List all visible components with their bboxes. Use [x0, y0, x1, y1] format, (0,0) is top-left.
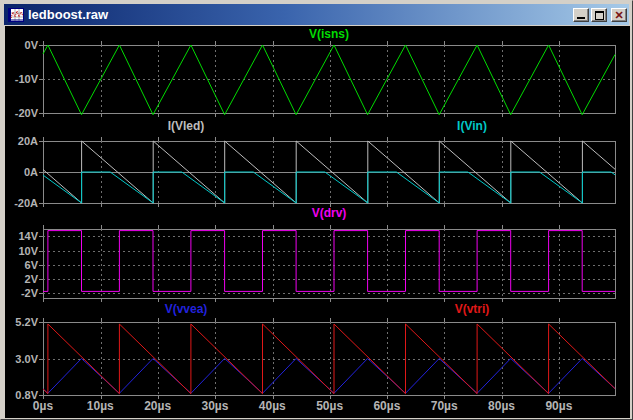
- y-tick-label: 6V: [25, 259, 38, 271]
- y-tick-label: 0V: [25, 39, 38, 51]
- x-tick-label: 80µs: [477, 400, 527, 412]
- trace-label-V(vvea)[interactable]: V(vvea): [165, 303, 208, 315]
- window-title: ledboost.raw: [28, 7, 571, 22]
- trace-label-V(isns)[interactable]: V(isns): [309, 28, 349, 40]
- isns-pane[interactable]: [39, 41, 616, 117]
- iled-iin-pane[interactable]: [39, 137, 616, 207]
- x-tick-label: 20µs: [133, 400, 183, 412]
- trace-label-V(vtri)[interactable]: V(vtri): [455, 303, 490, 315]
- title-bar[interactable]: ledboost.raw ✕: [4, 4, 629, 25]
- x-tick-label: 40µs: [247, 400, 297, 412]
- close-x-icon: ✕: [612, 9, 626, 21]
- x-tick-label: 0µs: [18, 400, 68, 412]
- waveform-plot-area[interactable]: 0V-10V-20VV(isns)20A0A-20AI(Vled)I(Vin)1…: [5, 26, 630, 418]
- ltspice-waveform-window: ledboost.raw ✕ 0V-10V-20VV(isns)20A0A-20…: [0, 0, 633, 420]
- x-tick-label: 50µs: [305, 400, 355, 412]
- x-tick-label: 60µs: [362, 400, 412, 412]
- y-tick-label: -20V: [15, 107, 38, 119]
- minimize-button[interactable]: [573, 8, 589, 22]
- x-tick-label: 90µs: [534, 400, 584, 412]
- drv-pane[interactable]: [39, 225, 616, 302]
- trace-V(vvea): [43, 359, 615, 394]
- y-tick-label: 20A: [18, 135, 38, 147]
- titlebar-buttons: ✕: [571, 8, 627, 22]
- y-tick-label: -20A: [14, 197, 38, 209]
- y-tick-label: 2V: [25, 273, 38, 285]
- trace-label-I(Vin)[interactable]: I(Vin): [457, 120, 487, 132]
- maximize-icon: [595, 11, 604, 20]
- x-tick-label: 30µs: [190, 400, 240, 412]
- y-tick-label: 3.0V: [15, 353, 38, 365]
- plot-canvas: [5, 26, 630, 418]
- x-tick-label: 70µs: [419, 400, 469, 412]
- y-tick-label: 10V: [18, 245, 38, 257]
- x-tick-label: 10µs: [75, 400, 125, 412]
- trace-label-I(Vled)[interactable]: I(Vled): [168, 120, 205, 132]
- close-button[interactable]: ✕: [611, 8, 627, 22]
- trace-I(Vin): [43, 172, 615, 203]
- trace-label-V(drv)[interactable]: V(drv): [312, 207, 347, 219]
- y-tick-label: -10V: [15, 73, 38, 85]
- y-tick-label: 14V: [18, 230, 38, 242]
- minimize-icon: [577, 17, 585, 19]
- y-tick-label: -2V: [21, 287, 38, 299]
- trace-V(drv): [43, 231, 615, 292]
- waveform-plot-icon[interactable]: [8, 8, 24, 22]
- y-tick-label: 0A: [24, 166, 38, 178]
- y-tick-label: 5.2V: [15, 316, 38, 328]
- maximize-button[interactable]: [591, 8, 607, 22]
- vvea-vtri-pane[interactable]: [39, 318, 616, 399]
